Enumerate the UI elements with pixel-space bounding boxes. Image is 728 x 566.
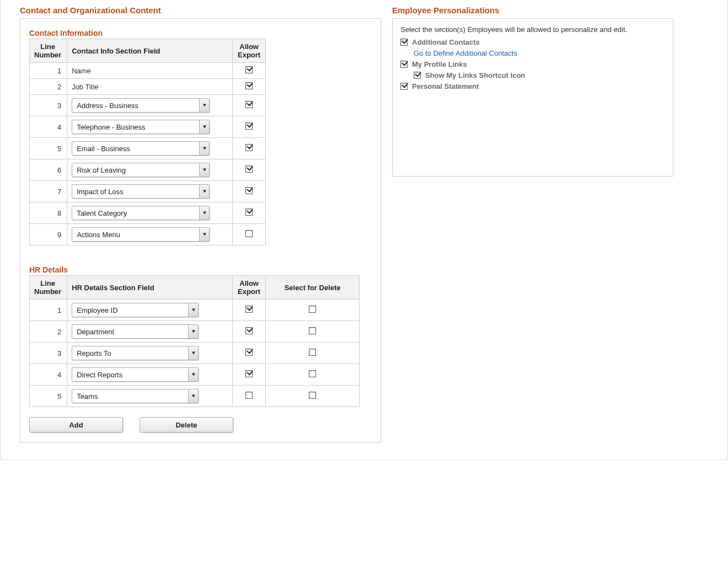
additional-contacts-checkbox[interactable]: [400, 39, 408, 46]
show-my-links-shortcut-checkbox[interactable]: [414, 72, 421, 79]
select-for-delete-checkbox[interactable]: [309, 349, 316, 356]
chevron-down-icon[interactable]: [199, 142, 209, 155]
chevron-down-icon[interactable]: [199, 120, 209, 134]
contact-field-dropdown[interactable]: Email - Business: [72, 141, 210, 156]
chevron-down-icon[interactable]: [188, 389, 198, 403]
chevron-down-icon[interactable]: [188, 368, 198, 381]
hr-field-dropdown[interactable]: Reports To: [72, 346, 199, 360]
additional-contacts-label: Additional Contacts: [412, 38, 480, 46]
allow-export-checkbox[interactable]: [245, 327, 253, 334]
hr-field-dropdown[interactable]: Direct Reports: [72, 367, 199, 382]
allow-export-checkbox[interactable]: [245, 209, 253, 216]
export-cell: [233, 224, 266, 245]
chevron-down-icon[interactable]: [188, 346, 198, 360]
hr-field-dropdown[interactable]: Employee ID: [72, 303, 199, 317]
table-row: 9Actions Menu: [30, 224, 266, 245]
field-cell: Actions Menu: [67, 224, 233, 245]
add-button[interactable]: Add: [29, 417, 123, 432]
hr-details-table: Line Number HR Details Section Field All…: [29, 275, 360, 407]
export-cell: [233, 79, 266, 95]
contact-field-dropdown[interactable]: Risk of Leaving: [72, 163, 210, 177]
line-number: 2: [30, 79, 67, 95]
svg-marker-9: [191, 352, 195, 355]
chevron-down-icon[interactable]: [188, 325, 198, 338]
hr-field-dropdown[interactable]: Department: [72, 324, 199, 339]
allow-export-checkbox[interactable]: [245, 101, 253, 108]
svg-marker-0: [202, 104, 206, 107]
field-cell: Name: [67, 63, 233, 79]
svg-marker-4: [202, 190, 206, 193]
export-cell: [233, 202, 266, 224]
hr-details-title: HR Details: [29, 265, 376, 274]
dropdown-value: Email - Business: [72, 145, 199, 153]
chevron-down-icon[interactable]: [199, 185, 209, 198]
delete-button[interactable]: Delete: [140, 417, 233, 432]
my-profile-links-label: My Profile Links: [412, 60, 467, 68]
dropdown-value: Teams: [72, 392, 188, 401]
allow-export-checkbox[interactable]: [245, 187, 253, 194]
field-value: Job Title: [72, 83, 98, 91]
allow-export-checkbox[interactable]: [245, 349, 253, 356]
export-cell: [233, 300, 266, 321]
field-cell: Talent Category: [67, 202, 233, 224]
field-cell: Telephone - Business: [67, 116, 233, 138]
allow-export-checkbox[interactable]: [245, 306, 253, 313]
contact-info-title: Contact Information: [29, 29, 376, 38]
line-number: 9: [30, 224, 67, 245]
svg-marker-6: [202, 233, 206, 236]
export-cell: [233, 116, 266, 138]
select-for-delete-checkbox[interactable]: [309, 306, 316, 313]
contact-field-dropdown[interactable]: Actions Menu: [72, 227, 210, 242]
chevron-down-icon[interactable]: [199, 206, 209, 220]
allow-export-checkbox[interactable]: [245, 230, 253, 237]
allow-export-checkbox[interactable]: [245, 66, 253, 73]
allow-export-checkbox[interactable]: [245, 392, 253, 399]
table-row: 5Teams: [30, 386, 360, 407]
contact-field-dropdown[interactable]: Telephone - Business: [72, 120, 210, 134]
table-row: 1Employee ID: [30, 300, 360, 321]
hr-field-dropdown[interactable]: Teams: [72, 389, 199, 403]
line-number: 4: [30, 364, 67, 386]
export-cell: [233, 343, 266, 364]
line-number: 8: [30, 202, 67, 224]
personal-statement-label: Personal Statement: [412, 82, 479, 90]
allow-export-checkbox[interactable]: [245, 82, 253, 89]
field-cell: Direct Reports: [67, 364, 233, 386]
field-cell: Department: [67, 321, 233, 343]
allow-export-checkbox[interactable]: [245, 165, 253, 173]
svg-marker-10: [191, 373, 195, 376]
contact-field-dropdown[interactable]: Impact of Loss: [72, 184, 210, 199]
field-cell: Email - Business: [67, 138, 233, 159]
table-row: 4Direct Reports: [30, 364, 360, 386]
dropdown-value: Talent Category: [72, 209, 199, 217]
delete-cell: [266, 321, 360, 343]
export-cell: [233, 321, 266, 343]
chevron-down-icon[interactable]: [199, 228, 209, 241]
export-cell: [233, 63, 266, 79]
field-cell: Employee ID: [67, 300, 233, 321]
delete-cell: [266, 343, 360, 364]
dropdown-value: Direct Reports: [72, 371, 188, 379]
contact-field-dropdown[interactable]: Talent Category: [72, 206, 210, 220]
allow-export-checkbox[interactable]: [245, 122, 253, 130]
my-profile-links-checkbox[interactable]: [400, 61, 408, 68]
select-for-delete-checkbox[interactable]: [309, 327, 316, 334]
field-cell: Address - Business: [67, 95, 233, 116]
svg-marker-1: [202, 126, 206, 129]
personalizations-instruction: Select the section(s) Employees will be …: [400, 25, 665, 34]
allow-export-checkbox[interactable]: [245, 144, 253, 151]
contact-header-export: Allow Export: [233, 39, 266, 63]
select-for-delete-checkbox[interactable]: [309, 370, 316, 377]
personal-statement-checkbox[interactable]: [400, 83, 408, 90]
select-for-delete-checkbox[interactable]: [309, 392, 316, 399]
chevron-down-icon[interactable]: [199, 99, 209, 112]
chevron-down-icon[interactable]: [199, 163, 209, 177]
chevron-down-icon[interactable]: [188, 303, 198, 317]
svg-marker-5: [202, 212, 206, 215]
dropdown-value: Address - Business: [72, 102, 199, 110]
contact-field-dropdown[interactable]: Address - Business: [72, 98, 210, 113]
hr-header-export: Allow Export: [233, 276, 266, 300]
define-additional-contacts-link[interactable]: Go to Define Additional Contacts: [414, 49, 665, 57]
allow-export-checkbox[interactable]: [245, 370, 253, 377]
contact-header-line: Line Number: [30, 39, 67, 63]
